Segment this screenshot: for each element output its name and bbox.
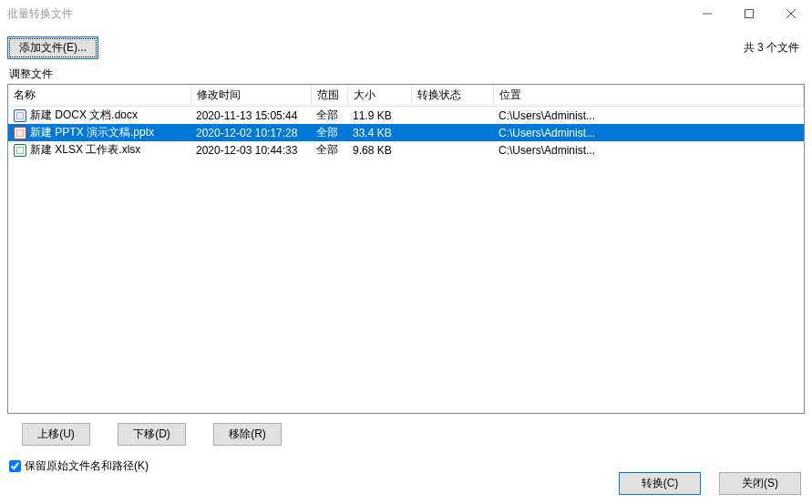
file-modified: 2020-12-02 10:17:28 [190, 124, 311, 141]
file-location: C:\Users\Administ... [493, 107, 804, 125]
file-size: 11.9 KB [347, 107, 411, 125]
xlsx-file-icon [14, 144, 26, 157]
col-status[interactable]: 转换状态 [411, 85, 493, 107]
maximize-button[interactable] [728, 0, 770, 27]
add-files-button[interactable]: 添加文件(E)... [7, 36, 98, 59]
adjust-files-label: 调整文件 [7, 67, 805, 82]
move-down-button[interactable]: 下移(D) [118, 423, 186, 446]
window-title: 批量转换文件 [7, 6, 73, 22]
file-location: C:\Users\Administ... [493, 124, 804, 141]
minimize-button[interactable] [686, 0, 728, 27]
table-row[interactable]: 新建 XLSX 工作表.xlsx2020-12-03 10:44:33全部9.6… [8, 141, 804, 159]
file-status [411, 141, 493, 159]
table-row[interactable]: 新建 PPTX 演示文稿.pptx2020-12-02 10:17:28全部33… [8, 124, 804, 141]
file-table[interactable]: 名称 修改时间 范围 大小 转换状态 位置 新建 DOCX 文档.docx202… [8, 85, 804, 159]
col-range[interactable]: 范围 [311, 85, 347, 107]
file-modified: 2020-12-03 10:44:33 [190, 141, 311, 159]
file-name: 新建 XLSX 工作表.xlsx [30, 142, 140, 158]
col-modified[interactable]: 修改时间 [190, 85, 311, 107]
file-table-container: 名称 修改时间 范围 大小 转换状态 位置 新建 DOCX 文档.docx202… [7, 84, 805, 414]
pptx-file-icon [14, 127, 26, 139]
table-row[interactable]: 新建 DOCX 文档.docx2020-11-13 15:05:44全部11.9… [8, 107, 804, 125]
move-up-button[interactable]: 上移(U) [22, 423, 90, 446]
keep-original-checkbox[interactable] [9, 460, 21, 472]
file-name: 新建 PPTX 演示文稿.pptx [30, 125, 154, 140]
file-status [411, 124, 493, 141]
file-size: 33.4 KB [347, 124, 411, 141]
col-location[interactable]: 位置 [493, 85, 804, 107]
close-dialog-button[interactable]: 关闭(S) [719, 472, 801, 495]
col-size[interactable]: 大小 [347, 85, 411, 107]
file-range: 全部 [311, 107, 347, 125]
svg-rect-1 [745, 10, 754, 18]
file-range: 全部 [311, 124, 347, 141]
file-size: 9.68 KB [347, 141, 411, 159]
remove-button[interactable]: 移除(R) [213, 423, 282, 446]
keep-original-label[interactable]: 保留原始文件名和路径(K) [25, 458, 149, 474]
file-count-label: 共 3 个文件 [744, 40, 805, 56]
convert-button[interactable]: 转换(C) [619, 472, 701, 495]
file-range: 全部 [311, 141, 347, 159]
docx-file-icon [14, 109, 26, 122]
file-location: C:\Users\Administ... [493, 141, 804, 159]
close-button[interactable] [770, 0, 812, 27]
file-status [411, 107, 493, 125]
file-modified: 2020-11-13 15:05:44 [190, 107, 311, 125]
file-name: 新建 DOCX 文档.docx [30, 108, 138, 123]
col-name[interactable]: 名称 [8, 85, 190, 107]
